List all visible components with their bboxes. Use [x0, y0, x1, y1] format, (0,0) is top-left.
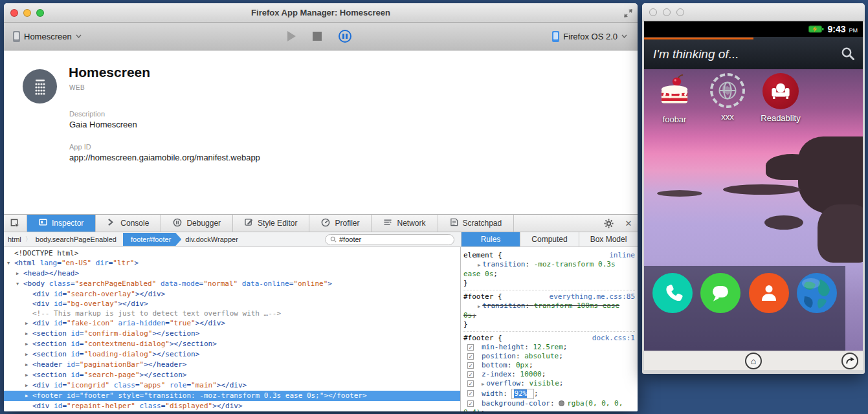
app-selector-dropdown[interactable]: Homescreen [13, 31, 82, 42]
markup-line[interactable]: ▼<body class="searchPageEnabled" data-mo… [4, 279, 460, 289]
markup-line[interactable]: ▶<div id="icongrid" class="apps" role="m… [4, 380, 460, 391]
rule-source-link[interactable]: inline [609, 250, 635, 260]
css-declaration[interactable]: ✓min-height: 12.5rem; [463, 343, 635, 352]
play-button[interactable] [287, 31, 296, 41]
home-button[interactable]: ⌂ [745, 353, 762, 369]
sidebar-tab-rules[interactable]: Rules [462, 232, 520, 246]
dock-app-contacts[interactable] [749, 273, 789, 313]
twisty-icon[interactable]: ▶ [478, 263, 480, 268]
twisty-icon[interactable]: ▶ [25, 319, 32, 329]
pick-element-button[interactable] [4, 215, 27, 232]
breadcrumb: html〉body.searchPageEnabledfooter#footer… [4, 232, 461, 246]
css-declaration[interactable]: ▶transition: transform 100ms ease 0s; [463, 301, 635, 320]
declaration-checkbox[interactable]: ✓ [467, 371, 474, 378]
markup-line[interactable]: ▶<head></head> [4, 268, 460, 279]
zoom-window-button[interactable] [676, 8, 684, 16]
twisty-icon[interactable]: ▼ [7, 259, 14, 268]
tab-network[interactable]: Network [372, 215, 438, 232]
tab-scratchpad[interactable]: Scratchpad [438, 215, 515, 232]
css-declaration[interactable]: ✓width: 92% ; [463, 389, 635, 399]
tab-profiler[interactable]: Profiler [309, 215, 372, 232]
sidebar-tab-box-model[interactable]: Box Model [579, 232, 638, 246]
markup-line[interactable]: ▶<section id="search-page"></section> [4, 370, 460, 380]
markup-line[interactable]: ▶<section id="loading-dialog"></section> [4, 349, 460, 360]
devtools-settings-button[interactable] [597, 215, 619, 232]
declaration-checkbox[interactable]: ✓ [467, 362, 474, 369]
runtime-selector-dropdown[interactable]: Firefox OS 2.0 [552, 31, 627, 42]
markup-line[interactable]: ▼<html lang="en-US" dir="ltr"> [4, 258, 460, 268]
css-rule: #footer {everything.me.css:85▶transition… [463, 290, 635, 332]
declaration-checkbox[interactable]: ✓ [467, 353, 474, 360]
markup-line[interactable]: <div id="search-overlay"></div> [4, 289, 460, 299]
markup-line[interactable]: <!DOCTYPE html> [4, 248, 460, 258]
twisty-icon[interactable]: ▶ [482, 382, 484, 387]
markup-line[interactable]: ▶<header id="paginationBar"></header> [4, 360, 460, 370]
markup-line[interactable]: <!-- This markup is just to detect text … [4, 309, 460, 318]
twisty-icon[interactable]: ▶ [478, 304, 480, 309]
markup-line[interactable]: <div id="bg-overlay"></div> [4, 299, 460, 309]
inspector-search[interactable] [325, 234, 454, 245]
twisty-icon[interactable]: ▶ [25, 360, 32, 370]
minimize-window-button[interactable] [663, 8, 671, 16]
breadcrumb-item-html[interactable]: html [4, 235, 25, 243]
twisty-icon[interactable]: ▶ [16, 269, 23, 279]
search-icon[interactable] [841, 47, 855, 63]
tab-console[interactable]: Console [96, 215, 161, 232]
breadcrumb-item-body-searchpageenabled[interactable]: body.searchPageEnabled [32, 235, 120, 243]
run-controls [287, 30, 351, 43]
color-swatch[interactable] [559, 400, 564, 406]
devtools-close-button[interactable]: ✕ [619, 215, 638, 232]
close-window-button[interactable] [649, 8, 657, 16]
stop-button[interactable] [313, 32, 322, 41]
css-declaration[interactable]: ✓z-index: 10000; [463, 370, 635, 379]
twisty-icon[interactable]: ▼ [16, 279, 23, 289]
devtools-tabbar: InspectorConsoleDebuggerStyle EditorProf… [4, 214, 638, 232]
rule-source-link[interactable]: everything.me.css:85 [550, 292, 635, 301]
tab-inspector[interactable]: Inspector [27, 215, 96, 232]
rules-view: element {inline▶transition: -moz-transfo… [461, 247, 638, 411]
twisty-icon[interactable]: ▶ [25, 391, 32, 401]
rotate-share-button[interactable] [841, 353, 858, 369]
dock-app-browser[interactable] [797, 273, 837, 313]
declaration-checkbox[interactable]: ✓ [467, 390, 474, 397]
dock-app-phone[interactable] [652, 273, 693, 313]
declaration-checkbox[interactable]: ✓ [467, 400, 474, 407]
tab-style-editor[interactable]: Style Editor [233, 215, 309, 232]
tab-label: Network [397, 219, 425, 228]
tab-debugger[interactable]: Debugger [161, 215, 233, 232]
software-navbar: ⌂ [644, 351, 863, 370]
breadcrumb-item-footer-footer[interactable]: footer#footer [123, 233, 181, 246]
twisty-icon[interactable]: ▶ [25, 350, 32, 360]
pause-button[interactable] [339, 30, 351, 43]
app-Readablity[interactable]: Readablity [754, 73, 807, 124]
twisty-icon[interactable]: ▶ [25, 329, 32, 339]
markup-line[interactable]: ▶<script lang="ar" type="application/l10… [4, 411, 460, 411]
markup-line[interactable]: ▶<section id="contextmenu-dialog"></sect… [4, 339, 460, 349]
markup-line[interactable]: ▶<div id="fake-icon" aria-hidden="true">… [4, 318, 460, 329]
network-icon [383, 218, 392, 228]
css-declaration[interactable]: ✓background-color: rgba(0, 0, 0, 0.4); [463, 399, 635, 411]
markup-line-selected[interactable]: ▶<footer id="footer" style="transition: … [4, 391, 460, 401]
rule-source-link[interactable]: dock.css:1 [592, 333, 635, 343]
search-header: I'm thinking of... [644, 37, 863, 69]
declaration-checkbox[interactable]: ✓ [467, 380, 474, 387]
app-xxx[interactable]: xxx [701, 73, 754, 124]
declaration-checkbox[interactable]: ✓ [467, 344, 474, 351]
markup-line[interactable]: <div id="repaint-helper" class="displaye… [4, 401, 460, 411]
css-declaration[interactable]: ✓position: absolute; [463, 352, 635, 361]
twisty-icon[interactable]: ▶ [25, 340, 32, 349]
app-foobar[interactable]: foobar [648, 73, 701, 124]
twisty-icon[interactable]: ▶ [25, 381, 32, 391]
css-rule: #footer {dock.css:1✓min-height: 12.5rem;… [463, 332, 635, 411]
css-declaration[interactable]: ✓▶overflow: visible; [463, 379, 635, 389]
css-declaration[interactable]: ✓bottom: 0px; [463, 361, 635, 370]
twisty-icon[interactable]: ▶ [25, 371, 32, 380]
markup-line[interactable]: ▶<section id="confirm-dialog"></section> [4, 329, 460, 339]
value-edit-field[interactable]: 92% [511, 389, 534, 399]
dock-app-messages[interactable] [700, 273, 740, 313]
search-input[interactable] [339, 235, 443, 243]
breadcrumb-item-div-dockwrapper[interactable]: div.dockWrapper [181, 235, 242, 243]
sidebar-tab-computed[interactable]: Computed [520, 232, 579, 246]
expand-icon[interactable] [624, 8, 632, 20]
css-declaration[interactable]: ▶transition: -moz-transform 0.3s ease 0s… [463, 260, 635, 279]
